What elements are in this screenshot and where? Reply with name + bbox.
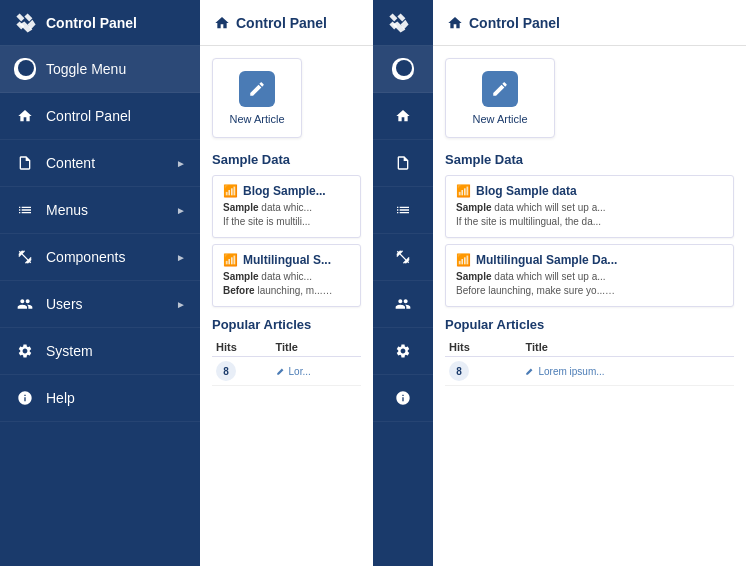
joomla-logo-icon	[14, 11, 38, 35]
list-icon	[14, 199, 36, 221]
topbar-home-icon	[214, 15, 230, 31]
hits-cell-right: 8	[445, 357, 521, 386]
sidebar-item-toggle-label: Toggle Menu	[46, 61, 186, 77]
wifi-icon-4: 📶	[456, 253, 471, 267]
home-icon	[14, 105, 36, 127]
info-icon-right	[392, 387, 414, 409]
sidebar-item-help-right[interactable]	[373, 375, 433, 422]
joomla-logo-icon-right	[387, 11, 411, 35]
home-icon-right	[392, 105, 414, 127]
table-row: 8 Lorem ipsum...	[445, 357, 734, 386]
topbar-right-title: Control Panel	[469, 15, 560, 31]
sidebar-item-help-label: Help	[46, 390, 186, 406]
sidebar-item-users-right[interactable]	[373, 281, 433, 328]
sidebar-item-controlpanel-label: Control Panel	[46, 108, 186, 124]
menus-chevron-icon: ►	[176, 205, 186, 216]
sidebar-item-system-label: System	[46, 343, 186, 359]
sidebar-item-menus-label: Menus	[46, 202, 176, 218]
sidebar-item-users[interactable]: Users ►	[0, 281, 200, 328]
sidebar-header-right	[373, 0, 433, 46]
gear-icon	[14, 340, 36, 362]
sidebar-item-controlpanel[interactable]: Control Panel	[0, 93, 200, 140]
new-article-label-right: New Article	[472, 113, 527, 125]
wifi-icon-2: 📶	[223, 253, 238, 267]
sample-card-multilingual-text-left: Sample data whic...Before launching, m..…	[223, 270, 350, 298]
users-icon	[14, 293, 36, 315]
sample-card-multilingual-title-right: 📶 Multilingual Sample Da...	[456, 253, 723, 267]
cube-icon	[14, 246, 36, 268]
sample-card-multilingual-right[interactable]: 📶 Multilingual Sample Da... Sample data …	[445, 244, 734, 307]
sample-card-multilingual-title-left: 📶 Multilingual S...	[223, 253, 350, 267]
sample-data-title-right: Sample Data	[445, 152, 734, 167]
new-article-label-left: New Article	[229, 113, 284, 125]
panel-left: Control Panel Toggle Menu Control Panel …	[0, 0, 373, 566]
topbar-left: Control Panel	[200, 0, 373, 46]
sample-card-multilingual-text-right: Sample data which will set up a...Before…	[456, 270, 723, 298]
sidebar-item-toggle-right[interactable]	[373, 46, 433, 93]
sample-card-multilingual-left[interactable]: 📶 Multilingual S... Sample data whic...B…	[212, 244, 361, 307]
topbar-right: Control Panel	[433, 0, 746, 46]
sample-card-blog-right[interactable]: 📶 Blog Sample data Sample data which wil…	[445, 175, 734, 238]
main-content-left: Control Panel New Article Sample Data 📶 …	[200, 0, 373, 566]
col-title-right: Title	[521, 338, 734, 357]
popular-articles-table-right: Hits Title 8 Lorem ipsum...	[445, 338, 734, 386]
content-area-left: New Article Sample Data 📶 Blog Sample...…	[200, 46, 373, 398]
sidebar-item-menus-right[interactable]	[373, 187, 433, 234]
sidebar-item-content-label: Content	[46, 155, 176, 171]
topbar-home-icon-right	[447, 15, 463, 31]
sidebar-item-system-right[interactable]	[373, 328, 433, 375]
components-chevron-icon: ►	[176, 252, 186, 263]
wifi-icon-3: 📶	[456, 184, 471, 198]
sidebar-item-menus[interactable]: Menus ►	[0, 187, 200, 234]
wifi-icon-1: 📶	[223, 184, 238, 198]
popular-articles-title-left: Popular Articles	[212, 317, 361, 332]
list-icon-right	[392, 199, 414, 221]
content-area-right: New Article Sample Data 📶 Blog Sample da…	[433, 46, 746, 398]
sidebar-left-title: Control Panel	[46, 15, 137, 31]
new-article-icon-right	[482, 71, 518, 107]
file-icon	[14, 152, 36, 174]
sidebar-item-home-right[interactable]	[373, 93, 433, 140]
col-title-left: Title	[272, 338, 361, 357]
sample-data-title-left: Sample Data	[212, 152, 361, 167]
popular-articles-table-left: Hits Title 8 Lor...	[212, 338, 361, 386]
users-icon-right	[392, 293, 414, 315]
popular-articles-title-right: Popular Articles	[445, 317, 734, 332]
sample-card-blog-title-right: 📶 Blog Sample data	[456, 184, 723, 198]
sidebar-item-users-label: Users	[46, 296, 176, 312]
info-icon	[14, 387, 36, 409]
sidebar-header-left: Control Panel	[0, 0, 200, 46]
toggle-switch-icon	[14, 58, 36, 80]
file-icon-right	[392, 152, 414, 174]
gear-icon-right	[392, 340, 414, 362]
sample-card-blog-title-left: 📶 Blog Sample...	[223, 184, 350, 198]
table-row: 8 Lor...	[212, 357, 361, 386]
new-article-card-right[interactable]: New Article	[445, 58, 555, 138]
sidebar-item-components[interactable]: Components ►	[0, 234, 200, 281]
sidebar-item-components-label: Components	[46, 249, 176, 265]
content-chevron-icon: ►	[176, 158, 186, 169]
main-content-right: Control Panel New Article Sample Data 📶 …	[433, 0, 746, 566]
sidebar-right	[373, 0, 433, 566]
panel-right: Control Panel New Article Sample Data 📶 …	[373, 0, 746, 566]
sample-card-blog-text-right: Sample data which will set up a...If the…	[456, 201, 723, 229]
new-article-icon-left	[239, 71, 275, 107]
sample-card-blog-text-left: Sample data whic...If the site is multil…	[223, 201, 350, 229]
quick-icons-left: New Article	[212, 58, 361, 138]
hits-cell-left: 8	[212, 357, 272, 386]
sidebar-item-components-right[interactable]	[373, 234, 433, 281]
col-hits-right: Hits	[445, 338, 521, 357]
sidebar-item-help[interactable]: Help	[0, 375, 200, 422]
sidebar-item-toggle[interactable]: Toggle Menu	[0, 46, 200, 93]
sample-card-blog-left[interactable]: 📶 Blog Sample... Sample data whic...If t…	[212, 175, 361, 238]
title-cell-left: Lor...	[272, 357, 361, 386]
new-article-card-left[interactable]: New Article	[212, 58, 302, 138]
users-chevron-icon: ►	[176, 299, 186, 310]
sidebar-left: Control Panel Toggle Menu Control Panel …	[0, 0, 200, 566]
sidebar-item-content-right[interactable]	[373, 140, 433, 187]
sidebar-item-system[interactable]: System	[0, 328, 200, 375]
cube-icon-right	[392, 246, 414, 268]
title-cell-right: Lorem ipsum...	[521, 357, 734, 386]
sidebar-item-content[interactable]: Content ►	[0, 140, 200, 187]
quick-icons-right: New Article	[445, 58, 734, 138]
